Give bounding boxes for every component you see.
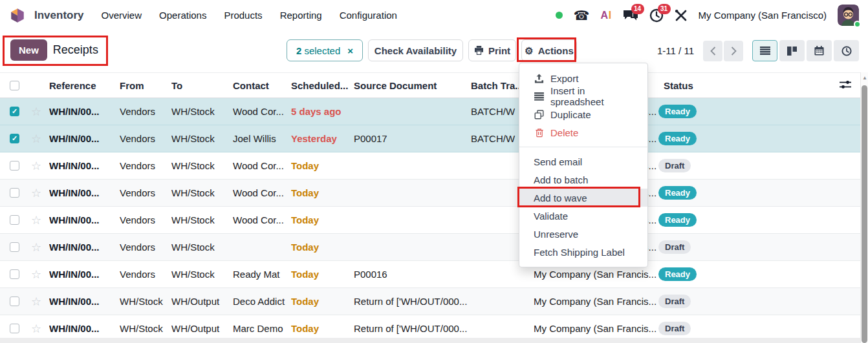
star-icon[interactable]: ☆ (31, 242, 41, 253)
company-switcher[interactable]: My Company (San Francisco) (699, 10, 827, 21)
cell-status: Ready (658, 213, 860, 227)
optional-columns-icon[interactable] (840, 80, 851, 92)
user-avatar[interactable] (838, 5, 859, 26)
table-row[interactable]: ☆WH/IN/00...VendorsWH/StockWood Cor...To… (0, 207, 860, 234)
table-row[interactable]: ✓☆WH/IN/00...VendorsWH/StockJoel WillisY… (0, 125, 860, 152)
print-button[interactable]: Print (468, 39, 516, 61)
cell-to: WH/Stock (171, 242, 233, 253)
table-row[interactable]: ☆WH/IN/00...WH/StockWH/OutputDeco Addict… (0, 288, 860, 315)
row-checkbox-cell (0, 242, 31, 252)
star-icon[interactable]: ☆ (31, 269, 41, 280)
menu-reporting[interactable]: Reporting (280, 10, 322, 21)
app-title[interactable]: Inventory (34, 9, 84, 22)
row-checkbox[interactable]: ✓ (10, 107, 19, 116)
header-to[interactable]: To (171, 80, 233, 91)
vertical-scrollbar[interactable]: ▲ (860, 72, 868, 343)
star-icon[interactable]: ☆ (31, 323, 41, 335)
cell-reference: WH/IN/00... (49, 106, 120, 117)
scroll-up-icon[interactable]: ▲ (862, 75, 867, 81)
trash-icon (534, 128, 545, 138)
table-row[interactable]: ☆WH/IN/00...VendorsWH/StockWood Cor...To… (0, 180, 860, 207)
menu-operations[interactable]: Operations (159, 10, 206, 21)
vertical-scrollbar-thumb[interactable] (862, 85, 867, 343)
cell-contact: Marc Demo (233, 323, 291, 334)
spreadsheet-icon (534, 92, 545, 101)
menu-item-duplicate[interactable]: Duplicate (519, 105, 647, 123)
tools-icon[interactable] (675, 9, 688, 22)
actions-button[interactable]: ⚙ Actions (521, 39, 577, 61)
row-checkbox[interactable] (10, 161, 19, 171)
favorite-star-cell: ☆ (31, 323, 49, 335)
horizontal-scrollbar[interactable] (0, 338, 860, 343)
phone-icon[interactable]: ☎ (574, 9, 590, 22)
row-checkbox[interactable] (10, 324, 19, 333)
new-button[interactable]: New (10, 39, 47, 61)
row-checkbox[interactable] (10, 188, 19, 198)
star-icon[interactable]: ☆ (31, 296, 41, 307)
menu-products[interactable]: Products (224, 10, 262, 21)
row-checkbox[interactable] (10, 215, 19, 225)
messages-count-badge: 14 (631, 4, 644, 14)
cell-status: Ready (658, 267, 860, 281)
pager-previous-icon[interactable] (703, 41, 722, 61)
cell-status: Ready (658, 132, 860, 145)
row-checkbox-cell (0, 269, 31, 279)
pager-next-icon[interactable] (724, 41, 743, 61)
check-availability-button[interactable]: Check Availability (368, 39, 463, 61)
table-row[interactable]: ☆WH/IN/00...VendorsWH/StockWood Cor...To… (0, 152, 860, 180)
list-view-icon[interactable] (752, 40, 777, 61)
header-scheduled[interactable]: Scheduled... (291, 80, 354, 91)
cell-scheduled: Today (291, 323, 354, 334)
menu-item-insert-in-spreadsheet[interactable]: Insert in spreadsheet (519, 87, 647, 105)
row-checkbox[interactable]: ✓ (10, 134, 19, 143)
menu-item-validate[interactable]: Validate (519, 207, 647, 225)
cell-from: Vendors (120, 269, 171, 280)
status-badge: Ready (658, 132, 697, 145)
menu-item-unreserve[interactable]: Unreserve (519, 225, 647, 243)
cell-contact: Wood Cor... (233, 106, 291, 117)
favorite-star-cell: ☆ (31, 242, 49, 253)
row-checkbox[interactable] (10, 242, 19, 252)
cell-to: WH/Output (171, 296, 233, 307)
star-icon[interactable]: ☆ (31, 187, 41, 199)
top-navbar: Inventory OverviewOperationsProductsRepo… (0, 0, 868, 30)
header-status[interactable]: Status (658, 80, 860, 91)
header-contact[interactable]: Contact (233, 80, 291, 91)
row-checkbox-cell: ✓ (0, 134, 31, 143)
header-source-document[interactable]: Source Document (354, 80, 471, 91)
inventory-app-icon[interactable] (9, 7, 26, 24)
star-icon[interactable]: ☆ (31, 106, 41, 118)
ai-icon[interactable]: AI (601, 10, 612, 21)
activity-view-icon[interactable] (834, 40, 859, 61)
menu-overview[interactable]: Overview (102, 10, 142, 21)
menu-item-export[interactable]: Export (519, 69, 647, 87)
clear-selection-icon[interactable]: × (347, 45, 353, 56)
row-checkbox[interactable] (10, 269, 19, 279)
cell-to: WH/Stock (171, 214, 233, 225)
menu-item-delete[interactable]: Delete (519, 123, 647, 141)
table-row[interactable]: ☆WH/IN/00...VendorsWH/StockReady MatToda… (0, 261, 860, 288)
table-row[interactable]: ☆WH/IN/00...VendorsWH/StockTodayMy Compa… (0, 234, 860, 261)
kanban-view-icon[interactable] (779, 40, 805, 61)
menu-item-add-to-batch[interactable]: Add to batch (519, 171, 647, 189)
cell-contact: Deco Addict (233, 296, 291, 307)
star-icon[interactable]: ☆ (31, 214, 41, 226)
calendar-view-icon[interactable] (807, 40, 832, 61)
menu-item-fetch-shipping-label[interactable]: Fetch Shipping Label (519, 243, 647, 261)
star-icon[interactable]: ☆ (31, 133, 41, 145)
row-checkbox[interactable] (10, 296, 19, 306)
messages-icon[interactable]: 14 (623, 8, 638, 23)
menu-configuration[interactable]: Configuration (340, 10, 397, 21)
menu-item-add-to-wave[interactable]: Add to wave (519, 189, 647, 207)
table-body: ✓☆WH/IN/00...VendorsWH/StockWood Cor...5… (0, 98, 860, 342)
menu-item-send-email[interactable]: Send email (519, 152, 647, 171)
avatar-online-dot (854, 21, 861, 28)
table-row[interactable]: ✓☆WH/IN/00...VendorsWH/StockWood Cor...5… (0, 98, 860, 125)
activities-clock-icon[interactable]: 31 (649, 8, 664, 23)
select-all-checkbox[interactable] (10, 81, 19, 90)
star-icon[interactable]: ☆ (31, 160, 41, 172)
header-reference[interactable]: Reference (49, 80, 120, 91)
header-from[interactable]: From (120, 80, 171, 91)
cell-to: WH/Output (171, 323, 233, 334)
cell-from: Vendors (120, 214, 171, 225)
